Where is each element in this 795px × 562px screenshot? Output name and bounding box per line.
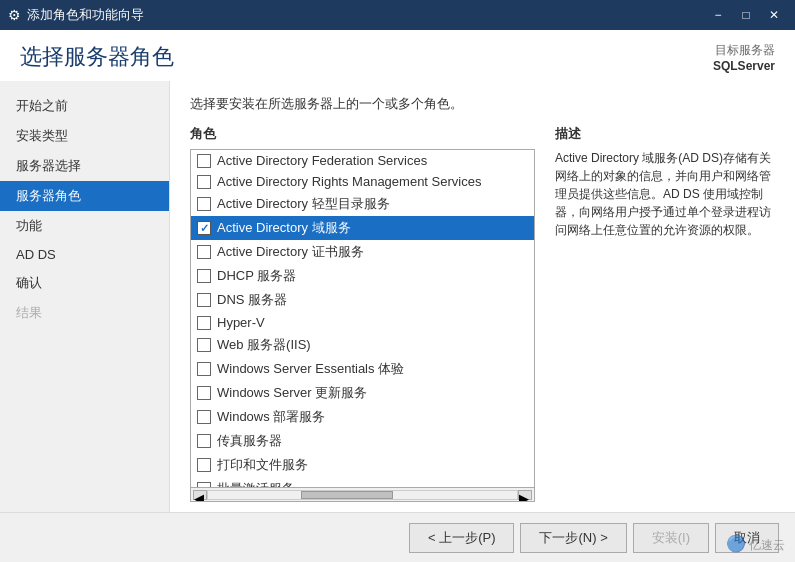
two-col-layout: 角色 Active Directory Federation Services …	[190, 125, 775, 502]
role-checkbox-wds[interactable]	[197, 410, 211, 424]
prev-button[interactable]: < 上一步(P)	[409, 523, 515, 553]
description-header: 描述	[555, 125, 775, 143]
page-title: 选择服务器角色	[20, 42, 174, 72]
nav-item-start[interactable]: 开始之前	[0, 91, 169, 121]
role-label-web-iis: Web 服务器(IIS)	[217, 336, 311, 354]
role-item-ad-cert[interactable]: Active Directory 证书服务	[191, 240, 534, 264]
titlebar-controls: − □ ✕	[705, 5, 787, 25]
nav-item-ad-ds[interactable]: AD DS	[0, 241, 169, 268]
roles-scroll[interactable]: Active Directory Federation Services Act…	[191, 150, 534, 487]
role-label-wse: Windows Server Essentials 体验	[217, 360, 404, 378]
role-label-print: 打印和文件服务	[217, 456, 308, 474]
role-label-hyperv: Hyper-V	[217, 315, 265, 330]
role-checkbox-print[interactable]	[197, 458, 211, 472]
scroll-left-btn[interactable]: ◀	[193, 490, 207, 500]
role-checkbox-ad-rights[interactable]	[197, 175, 211, 189]
role-checkbox-dns[interactable]	[197, 293, 211, 307]
nav-item-server-select[interactable]: 服务器选择	[0, 151, 169, 181]
description-text: Active Directory 域服务(AD DS)存储有关网络上的对象的信息…	[555, 149, 775, 239]
instruction-text: 选择要安装在所选服务器上的一个或多个角色。	[190, 95, 775, 113]
role-checkbox-fax[interactable]	[197, 434, 211, 448]
role-label-ad-lightweight: Active Directory 轻型目录服务	[217, 195, 390, 213]
minimize-button[interactable]: −	[705, 5, 731, 25]
role-item-wsus[interactable]: Windows Server 更新服务	[191, 381, 534, 405]
role-item-web-iis[interactable]: Web 服务器(IIS)	[191, 333, 534, 357]
role-item-wse[interactable]: Windows Server Essentials 体验	[191, 357, 534, 381]
role-item-dhcp[interactable]: DHCP 服务器	[191, 264, 534, 288]
role-label-dns: DNS 服务器	[217, 291, 287, 309]
role-checkbox-dhcp[interactable]	[197, 269, 211, 283]
role-checkbox-wsus[interactable]	[197, 386, 211, 400]
role-item-ad-rights[interactable]: Active Directory Rights Management Servi…	[191, 171, 534, 192]
role-checkbox-ad-federation[interactable]	[197, 154, 211, 168]
role-checkbox-wse[interactable]	[197, 362, 211, 376]
role-item-volume[interactable]: 批量激活服务	[191, 477, 534, 487]
role-item-wds[interactable]: Windows 部署服务	[191, 405, 534, 429]
roles-column-header: 角色	[190, 125, 535, 143]
role-label-wds: Windows 部署服务	[217, 408, 325, 426]
titlebar-title: 添加角色和功能向导	[27, 6, 144, 24]
scroll-right-btn[interactable]: ▶	[518, 490, 532, 500]
right-content: 选择要安装在所选服务器上的一个或多个角色。 角色 Active Director…	[170, 81, 795, 512]
cancel-button[interactable]: 取消	[715, 523, 779, 553]
target-label: 目标服务器	[713, 42, 775, 59]
hscroll-thumb[interactable]	[301, 491, 394, 499]
nav-item-confirm[interactable]: 确认	[0, 268, 169, 298]
role-item-ad-federation[interactable]: Active Directory Federation Services	[191, 150, 534, 171]
close-button[interactable]: ✕	[761, 5, 787, 25]
nav-item-features[interactable]: 功能	[0, 211, 169, 241]
titlebar: ⚙ 添加角色和功能向导 − □ ✕	[0, 0, 795, 30]
role-checkbox-volume[interactable]	[197, 482, 211, 487]
role-label-wsus: Windows Server 更新服务	[217, 384, 367, 402]
role-label-volume: 批量激活服务	[217, 480, 295, 487]
content-area: 开始之前 安装类型 服务器选择 服务器角色 功能 AD DS 确认 结果 选择要…	[0, 81, 795, 512]
role-label-dhcp: DHCP 服务器	[217, 267, 296, 285]
next-button[interactable]: 下一步(N) >	[520, 523, 626, 553]
roles-list-container: Active Directory Federation Services Act…	[190, 149, 535, 502]
target-server-info: 目标服务器 SQLServer	[713, 42, 775, 73]
role-label-ad-rights: Active Directory Rights Management Servi…	[217, 174, 481, 189]
maximize-button[interactable]: □	[733, 5, 759, 25]
horizontal-scrollbar[interactable]: ◀ ▶	[191, 487, 534, 501]
bottom-bar: < 上一步(P) 下一步(N) > 安装(I) 取消	[0, 512, 795, 562]
role-checkbox-web-iis[interactable]	[197, 338, 211, 352]
target-value: SQLServer	[713, 59, 775, 73]
hscroll-track[interactable]	[207, 490, 518, 500]
role-item-ad-ds[interactable]: Active Directory 域服务	[191, 216, 534, 240]
role-label-ad-federation: Active Directory Federation Services	[217, 153, 427, 168]
role-item-print[interactable]: 打印和文件服务	[191, 453, 534, 477]
role-checkbox-hyperv[interactable]	[197, 316, 211, 330]
description-panel: 描述 Active Directory 域服务(AD DS)存储有关网络上的对象…	[555, 125, 775, 502]
nav-item-install-type[interactable]: 安装类型	[0, 121, 169, 151]
role-item-dns[interactable]: DNS 服务器	[191, 288, 534, 312]
role-checkbox-ad-cert[interactable]	[197, 245, 211, 259]
role-item-hyperv[interactable]: Hyper-V	[191, 312, 534, 333]
role-label-ad-cert: Active Directory 证书服务	[217, 243, 364, 261]
nav-item-server-roles[interactable]: 服务器角色	[0, 181, 169, 211]
left-nav: 开始之前 安装类型 服务器选择 服务器角色 功能 AD DS 确认 结果	[0, 81, 170, 512]
role-checkbox-ad-lightweight[interactable]	[197, 197, 211, 211]
app-icon: ⚙	[8, 7, 21, 23]
role-checkbox-ad-ds[interactable]	[197, 221, 211, 235]
roles-panel: 角色 Active Directory Federation Services …	[190, 125, 535, 502]
role-label-ad-ds: Active Directory 域服务	[217, 219, 351, 237]
install-button[interactable]: 安装(I)	[633, 523, 709, 553]
main-container: 选择服务器角色 目标服务器 SQLServer 开始之前 安装类型 服务器选择 …	[0, 30, 795, 562]
role-item-fax[interactable]: 传真服务器	[191, 429, 534, 453]
titlebar-left: ⚙ 添加角色和功能向导	[8, 6, 144, 24]
role-label-fax: 传真服务器	[217, 432, 282, 450]
role-item-ad-lightweight[interactable]: Active Directory 轻型目录服务	[191, 192, 534, 216]
nav-item-results: 结果	[0, 298, 169, 328]
header: 选择服务器角色 目标服务器 SQLServer	[0, 30, 795, 81]
